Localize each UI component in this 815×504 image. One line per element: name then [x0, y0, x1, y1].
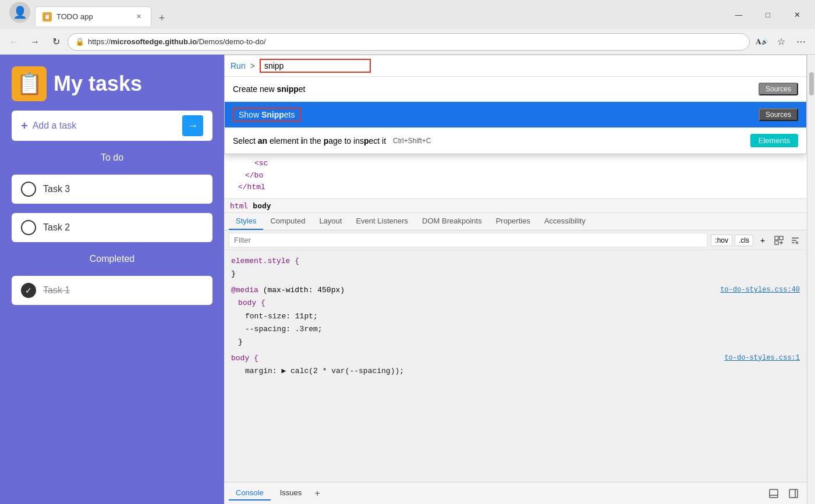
add-task-plus-icon: + — [21, 119, 28, 133]
show-snippets-label: Show Snippets — [233, 108, 301, 122]
new-tab-button[interactable]: + — [154, 10, 170, 26]
devtools-panel: </> Elements — [224, 55, 815, 504]
profile-icon[interactable]: 👤 — [9, 2, 30, 23]
app-header: 📋 My tasks — [12, 66, 212, 101]
dom-breakpoints-tab[interactable]: DOM Breakpoints — [415, 213, 489, 230]
svg-rect-24 — [789, 489, 798, 498]
command-palette: Run > Create new snippet Sources — [224, 55, 807, 154]
add-style-button[interactable]: + — [756, 233, 770, 247]
tab-close-button[interactable]: ✕ — [133, 12, 144, 22]
run-button[interactable]: Run — [231, 61, 246, 70]
svg-rect-21 — [775, 241, 778, 244]
tab-bar: 👤 📋 TODO app ✕ + — [5, 3, 721, 26]
active-tab[interactable]: 📋 TODO app ✕ — [35, 6, 151, 26]
devtools-main: </> Elements — [224, 55, 807, 504]
select-element-text: Select an element in the page to inspect… — [233, 136, 386, 145]
maximize-button[interactable]: □ — [754, 5, 781, 24]
create-snippet-item[interactable]: Create new snippet Sources — [225, 77, 806, 102]
element-style-selector: element.style { — [231, 257, 299, 265]
close-button[interactable]: ✕ — [784, 5, 810, 24]
reload-button[interactable]: ↻ — [47, 33, 65, 51]
computed-tab[interactable]: Computed — [263, 213, 312, 230]
hov-filter-button[interactable]: :hov — [711, 235, 732, 246]
svg-rect-19 — [775, 236, 778, 240]
filter-buttons: :hov .cls + — [711, 233, 802, 247]
breadcrumb-body[interactable]: body — [253, 201, 271, 210]
breadcrumb-html[interactable]: html — [230, 201, 248, 210]
tab-title: TODO app — [56, 12, 129, 21]
select-element-item[interactable]: Select an element in the page to inspect… — [225, 128, 806, 154]
devtools-toolbar-area: </> Elements — [224, 55, 807, 80]
task-item-3: Task 3 — [12, 175, 212, 204]
html-breadcrumb: html body — [224, 199, 807, 213]
create-snippet-sources-button[interactable]: Sources — [759, 83, 798, 95]
nav-right-buttons: 𝐀🔊 ☆ ⋯ — [752, 33, 810, 51]
event-listeners-tab[interactable]: Event Listeners — [349, 213, 415, 230]
scrollbar-thumb[interactable] — [809, 72, 814, 95]
css-code-panel: element.style { } @media (max-width: 450… — [224, 250, 807, 482]
media-condition: (max-width: 450px) — [263, 286, 345, 294]
add-task-label: Add a task — [33, 120, 77, 131]
window-controls: — □ ✕ — [725, 5, 810, 24]
favorites-button[interactable]: ☆ — [772, 33, 791, 51]
task-item-2: Task 2 — [12, 213, 212, 242]
show-snippets-item[interactable]: Show Snippets Sources — [225, 102, 806, 128]
svg-rect-20 — [779, 236, 783, 240]
computed-styles-icon[interactable] — [772, 233, 786, 247]
layout-tab[interactable]: Layout — [312, 213, 349, 230]
elements-shortcut-button[interactable]: Elements — [750, 134, 798, 147]
navigation-bar: ← → ↻ 🔒 https://microsoftedge.github.io/… — [0, 29, 815, 55]
styles-filter-input[interactable] — [229, 233, 707, 247]
accessibility-tab[interactable]: Accessibility — [537, 213, 593, 230]
svg-rect-22 — [770, 489, 778, 498]
html-line-sc: <sc — [230, 158, 801, 170]
todo-section-label: To do — [12, 150, 212, 165]
select-element-left: Select an element in the page to inspect… — [233, 136, 431, 145]
body-selector-media: body { — [238, 299, 265, 307]
select-element-shortcut: Ctrl+Shift+C — [393, 137, 431, 145]
task-item-1: ✓ Task 1 — [12, 276, 212, 305]
to-do-styles-link-1[interactable]: to-do-styles.css:1 — [724, 352, 800, 364]
issues-tab[interactable]: Issues — [273, 486, 309, 501]
task1-checkbox[interactable]: ✓ — [21, 283, 36, 298]
new-style-rule-icon[interactable] — [788, 233, 802, 247]
task2-checkbox[interactable] — [21, 220, 36, 235]
add-task-submit-button[interactable]: → — [182, 115, 203, 136]
spacing-property: --spacing: .3rem; — [245, 325, 323, 333]
add-task-bar: + Add a task → — [12, 111, 212, 141]
task1-label: Task 1 — [43, 285, 70, 296]
media-query-block: @media (max-width: 450px) to-do-styles.c… — [231, 284, 800, 348]
command-arrow: > — [250, 61, 255, 70]
body-style-block: body { to-do-styles.css:1 margin: ▶ calc… — [231, 352, 800, 378]
margin-property: margin: ▶ calc(2 * var(--spacing)); — [245, 367, 404, 375]
show-snippets-sources-button[interactable]: Sources — [759, 108, 798, 121]
show-snippets-left: Show Snippets — [233, 108, 303, 122]
vertical-scrollbar[interactable] — [807, 55, 815, 504]
task3-checkbox[interactable] — [21, 182, 36, 197]
dock-bottom-button[interactable] — [765, 485, 782, 502]
filter-bar: :hov .cls + — [224, 230, 807, 250]
browser-more-button[interactable]: ⋯ — [792, 33, 810, 51]
to-do-styles-link-40[interactable]: to-do-styles.css:40 — [720, 284, 800, 296]
html-line-closebody: </bo — [230, 170, 801, 182]
minimize-button[interactable]: — — [725, 5, 752, 24]
at-media-keyword: @media — [231, 286, 258, 294]
dock-right-button[interactable] — [785, 485, 802, 502]
html-line-closehtml: </html — [230, 182, 801, 194]
body-selector: body { — [231, 354, 258, 363]
task2-label: Task 2 — [43, 222, 70, 233]
forward-button[interactable]: → — [26, 33, 44, 51]
properties-tab[interactable]: Properties — [489, 213, 537, 230]
add-bottom-tab-button[interactable]: + — [311, 487, 324, 500]
cls-filter-button[interactable]: .cls — [735, 235, 753, 246]
completed-section-label: Completed — [12, 251, 212, 267]
font-size-property: font-size: 11pt; — [245, 312, 318, 321]
read-aloud-button[interactable]: 𝐀🔊 — [752, 33, 771, 51]
styles-tab[interactable]: Styles — [229, 213, 263, 230]
todo-app-sidebar: 📋 My tasks + Add a task → To do Task 3 T… — [0, 55, 224, 504]
add-task-left: + Add a task — [21, 119, 76, 133]
console-tab[interactable]: Console — [229, 486, 271, 501]
back-button[interactable]: ← — [5, 33, 23, 51]
command-input[interactable] — [260, 59, 371, 73]
address-bar[interactable]: 🔒 https://microsoftedge.github.io/Demos/… — [68, 33, 750, 51]
